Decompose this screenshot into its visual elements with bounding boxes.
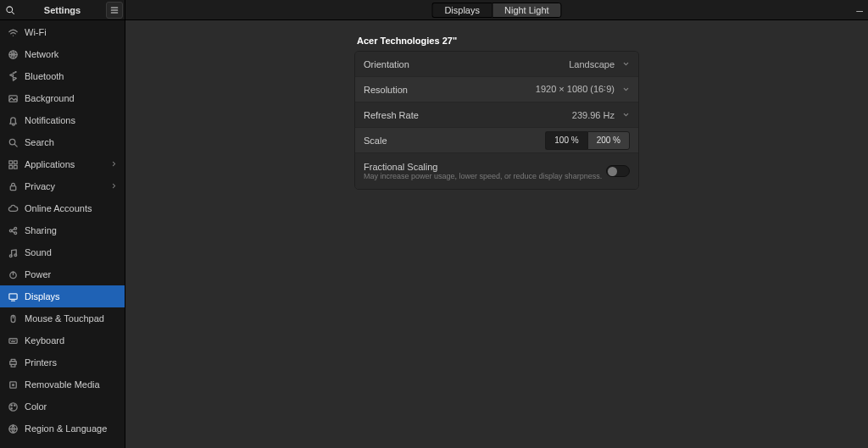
sidebar-item-label: Notifications — [25, 115, 75, 125]
region-icon — [7, 423, 19, 434]
hamburger-icon — [109, 5, 120, 15]
sidebar-item-label: Removable Media — [25, 379, 100, 390]
sidebar-item-sound[interactable]: Sound — [0, 241, 125, 263]
display-icon — [7, 290, 19, 302]
scale-segmented: 100 % 200 % — [545, 131, 630, 150]
search-button[interactable] — [2, 2, 19, 19]
cloud-icon — [7, 202, 19, 214]
display-panel: Acer Technologies 27" Orientation Landsc… — [354, 36, 639, 448]
svg-point-0 — [7, 6, 13, 12]
sidebar-item-sharing[interactable]: Sharing — [0, 219, 125, 241]
svg-rect-29 — [9, 381, 15, 387]
resolution-label: Resolution — [364, 85, 408, 95]
tab-displays[interactable]: Displays — [431, 3, 492, 18]
sidebar-nav: Wi-FiNetworkBluetoothBackgroundNotificat… — [0, 20, 125, 448]
sidebar-item-label: Network — [25, 49, 58, 59]
share-icon — [7, 224, 19, 236]
svg-line-8 — [14, 144, 17, 147]
mouse-icon — [7, 312, 19, 324]
svg-point-17 — [9, 254, 12, 257]
settings-group: Orientation Landscape Resolution 1920 × … — [354, 51, 639, 190]
sidebar-item-label: Online Accounts — [25, 203, 92, 213]
orientation-row[interactable]: Orientation Landscape — [355, 52, 638, 77]
bell-icon — [7, 114, 19, 126]
refresh-value: 239.96 Hz — [572, 110, 615, 120]
bt-icon — [7, 70, 19, 82]
scale-option-100[interactable]: 100 % — [545, 131, 587, 150]
sidebar-item-color[interactable]: Color — [0, 395, 125, 418]
power-icon — [7, 268, 19, 280]
titlebar: Displays Night Light – — [125, 0, 868, 20]
svg-line-1 — [12, 12, 14, 14]
sidebar-item-label: Region & Language — [25, 423, 107, 434]
sidebar-item-removable-media[interactable]: Removable Media — [0, 373, 125, 395]
sidebar-item-mouse-touchpad[interactable]: Mouse & Touchpad — [0, 307, 125, 329]
sidebar-item-wi-fi[interactable]: Wi-Fi — [0, 21, 125, 43]
sidebar-item-notifications[interactable]: Notifications — [0, 109, 125, 131]
main: Displays Night Light – Acer Technologies… — [125, 0, 868, 448]
sidebar-header: Settings — [0, 0, 125, 20]
orientation-value: Landscape — [569, 59, 615, 69]
sidebar-item-label: Bluetooth — [25, 71, 64, 81]
svg-rect-10 — [14, 160, 17, 163]
sidebar-item-displays[interactable]: Displays — [0, 285, 125, 307]
minimize-button[interactable]: – — [856, 4, 863, 16]
printer-icon — [7, 357, 19, 368]
display-name: Acer Technologies 27" — [354, 36, 639, 46]
sidebar-item-network[interactable]: Network — [0, 43, 125, 65]
resolution-value: 1920 × 1080 (16∶9) — [536, 84, 615, 95]
tab-night-light[interactable]: Night Light — [492, 3, 562, 18]
chevron-down-icon — [621, 110, 630, 120]
sidebar-item-label: Mouse & Touchpad — [25, 313, 104, 324]
svg-point-7 — [9, 139, 15, 145]
svg-point-32 — [10, 404, 11, 405]
note-icon — [7, 246, 19, 258]
sidebar-item-label: Color — [25, 401, 47, 412]
sidebar-item-label: Keyboard — [25, 335, 64, 346]
grid-icon — [7, 158, 19, 170]
sidebar-item-privacy[interactable]: Privacy — [0, 175, 125, 197]
svg-point-34 — [10, 407, 11, 408]
refresh-label: Refresh Rate — [364, 110, 419, 120]
svg-point-30 — [12, 384, 14, 385]
search-icon — [7, 136, 19, 148]
wifi-icon — [7, 26, 19, 38]
scale-label: Scale — [364, 136, 387, 146]
sidebar-item-search[interactable]: Search — [0, 131, 125, 153]
scale-row: Scale 100 % 200 % — [355, 128, 638, 153]
sidebar-item-region-language[interactable]: Region & Language — [0, 418, 125, 440]
fractional-toggle[interactable] — [606, 165, 630, 177]
chevron-down-icon — [621, 85, 630, 95]
media-icon — [7, 379, 19, 390]
toggle-knob — [608, 167, 617, 176]
svg-point-31 — [8, 402, 16, 410]
sidebar-item-background[interactable]: Background — [0, 87, 125, 109]
svg-rect-27 — [11, 359, 15, 361]
sidebar-item-printers[interactable]: Printers — [0, 351, 125, 373]
chevron-right-icon — [110, 159, 118, 169]
color-icon — [7, 401, 19, 412]
fractional-label: Fractional Scaling — [364, 162, 602, 172]
sidebar-item-label: Search — [25, 137, 54, 147]
fractional-scaling-row: Fractional Scaling May increase power us… — [355, 153, 638, 189]
sidebar: Settings Wi-FiNetworkBluetoothBackground… — [0, 0, 125, 448]
sidebar-item-power[interactable]: Power — [0, 263, 125, 285]
kbd-icon — [7, 335, 19, 346]
sidebar-item-label: Wi-Fi — [25, 27, 47, 37]
menu-button[interactable] — [106, 2, 123, 19]
app-title: Settings — [20, 5, 104, 15]
svg-rect-25 — [8, 338, 16, 343]
scale-option-200[interactable]: 200 % — [587, 131, 630, 150]
svg-rect-12 — [14, 165, 17, 169]
chevron-down-icon — [621, 59, 630, 69]
orientation-label: Orientation — [364, 59, 409, 69]
refresh-rate-row[interactable]: Refresh Rate 239.96 Hz — [355, 102, 638, 128]
sidebar-item-label: Power — [25, 269, 51, 279]
sidebar-item-applications[interactable]: Applications — [0, 153, 125, 175]
resolution-row[interactable]: Resolution 1920 × 1080 (16∶9) — [355, 77, 638, 102]
sidebar-item-online-accounts[interactable]: Online Accounts — [0, 197, 125, 219]
chevron-right-icon — [110, 181, 118, 191]
content: Acer Technologies 27" Orientation Landsc… — [125, 20, 868, 448]
sidebar-item-bluetooth[interactable]: Bluetooth — [0, 65, 125, 87]
sidebar-item-keyboard[interactable]: Keyboard — [0, 329, 125, 351]
